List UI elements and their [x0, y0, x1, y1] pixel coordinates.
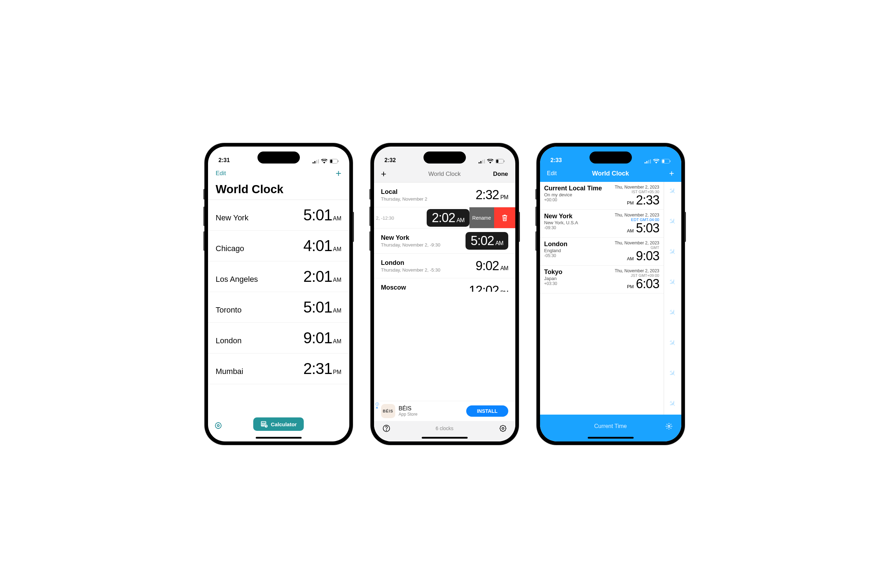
signal-icon — [478, 159, 485, 164]
svg-rect-21 — [484, 159, 485, 164]
home-indicator[interactable] — [422, 437, 468, 439]
svg-rect-2 — [316, 160, 317, 164]
clock-row[interactable]: New YorkThursday, November 2, -9:305:02A… — [374, 228, 515, 254]
city-offset: -09:30 — [544, 225, 578, 230]
svg-rect-13 — [265, 423, 265, 424]
edit-button[interactable]: Edit — [547, 170, 557, 177]
ad-install-button[interactable]: INSTALL — [466, 405, 508, 417]
page-title: World Clock — [429, 171, 460, 178]
battery-icon — [496, 159, 505, 164]
airplane-icon[interactable]: ✈ — [667, 215, 679, 227]
clock-row[interactable]: MoscowThursday, November 2, -2:3012:02PM — [374, 278, 515, 292]
status-right — [313, 159, 339, 164]
home-indicator[interactable] — [588, 437, 634, 439]
time-value: 9:03 — [636, 250, 659, 262]
city-offset: +03:30 — [544, 281, 563, 286]
wifi-icon — [487, 159, 493, 164]
city-name: Moscow — [381, 284, 441, 291]
city-name: Tokyo — [544, 268, 563, 276]
time-value: 5:02 — [471, 233, 494, 248]
city-name: New York — [381, 234, 441, 242]
status-right — [645, 159, 671, 164]
airplane-icon[interactable]: ✈ — [667, 276, 679, 288]
time-ampm: PM — [333, 369, 342, 375]
clock-row[interactable]: Toronto5:01AM — [208, 292, 349, 323]
signal-icon — [645, 159, 651, 164]
time-ampm: AM — [333, 215, 342, 222]
add-city-button[interactable]: + — [381, 168, 387, 179]
clock-row[interactable]: LondonThursday, November 2, -5:309:02AM — [374, 254, 515, 278]
svg-point-8 — [217, 424, 219, 427]
ad-store: App Store — [399, 412, 466, 417]
time-ampm: AM — [333, 308, 342, 314]
airplane-icon[interactable]: ✈ — [667, 337, 679, 349]
status-time: 2:33 — [551, 157, 562, 164]
city-name: London — [216, 336, 241, 345]
time-ampm: PM — [627, 284, 634, 289]
rename-button[interactable]: Rename — [469, 207, 494, 228]
clock-row[interactable]: London9:01AM — [208, 323, 349, 354]
airplane-icon[interactable]: ✈ — [667, 398, 679, 410]
svg-rect-11 — [261, 423, 262, 424]
svg-rect-35 — [670, 160, 670, 162]
signal-icon — [313, 159, 319, 164]
time-ampm: AM — [457, 217, 465, 224]
clock-row[interactable]: Los Angeles2:01AM — [208, 261, 349, 292]
clock-row-local[interactable]: Local Thursday, November 2 2:32 PM — [374, 183, 515, 207]
settings-icon[interactable] — [214, 422, 222, 429]
time-value: 2:01 — [303, 268, 332, 285]
svg-rect-20 — [482, 160, 483, 164]
add-city-button[interactable]: + — [669, 168, 674, 178]
clock-row[interactable]: Current Local TimeOn my device+00:00Thu,… — [540, 182, 664, 210]
battery-icon — [661, 159, 671, 164]
clock-row[interactable]: Mumbai2:31PM — [208, 354, 349, 384]
time-ampm: PM — [501, 194, 508, 201]
calculator-button[interactable]: Calculator — [253, 417, 304, 431]
ad-banner[interactable]: ⓘ✕ BÉIS BÉIS App Store INSTALL — [374, 401, 515, 421]
time-value: 5:03 — [636, 222, 659, 234]
time-ampm: AM — [333, 246, 342, 252]
add-city-button[interactable]: + — [336, 168, 341, 179]
ad-info-icon[interactable]: ⓘ✕ — [375, 403, 379, 410]
status-right — [478, 159, 505, 164]
svg-rect-5 — [330, 160, 332, 163]
home-indicator[interactable] — [256, 437, 301, 439]
airplane-icon[interactable]: ✈ — [667, 306, 679, 318]
delete-button[interactable] — [494, 207, 515, 228]
time-value: 9:02 — [475, 258, 499, 273]
airplane-icon[interactable]: ✈ — [667, 246, 679, 258]
clock-row[interactable]: New York5:01AM — [208, 200, 349, 231]
airplane-icon[interactable]: ✈ — [667, 367, 679, 379]
help-button[interactable] — [382, 424, 390, 432]
page-title: World Clock — [592, 170, 629, 177]
done-button[interactable]: Done — [493, 171, 508, 178]
clock-row[interactable]: Chicago4:01AM — [208, 231, 349, 261]
clock-row[interactable]: New YorkNew York, U.S.A-09:30Thu, Novemb… — [540, 210, 664, 238]
nav-bar: Edit + — [208, 166, 349, 181]
settings-icon[interactable] — [499, 424, 507, 432]
settings-icon[interactable] — [665, 422, 673, 430]
svg-rect-6 — [338, 160, 338, 162]
svg-rect-12 — [263, 423, 264, 424]
time-value: 5:01 — [303, 206, 332, 224]
time-value: 2:33 — [636, 194, 659, 207]
city-date: Thu, November 2, 2023 — [615, 185, 659, 190]
clock-row[interactable]: LondonEngland-05:30Thu, November 2, 2023… — [540, 238, 664, 266]
clock-row-swiped[interactable]: 2, -12:30 2:02 AM Rename — [374, 207, 515, 228]
svg-point-28 — [502, 428, 504, 429]
svg-point-7 — [215, 423, 221, 429]
city-sub: Thursday, November 2 — [381, 196, 427, 202]
city-sub: New York, U.S.A — [544, 220, 578, 225]
clock-row[interactable]: TokyoJapan+03:30Thu, November 2, 2023JST… — [540, 266, 664, 294]
phone-1: 2:31 Edit + World Clock New York5:01AMCh… — [204, 143, 353, 445]
ad-app-icon: BÉIS — [381, 404, 395, 418]
svg-rect-0 — [313, 162, 313, 164]
city-name: London — [544, 240, 568, 248]
airplane-icon[interactable]: ✈ — [667, 185, 679, 197]
time-value: 2:02 — [432, 210, 455, 225]
city-name: Mumbai — [216, 367, 243, 376]
calculator-label: Calculator — [271, 421, 297, 428]
edit-button[interactable]: Edit — [216, 170, 226, 177]
city-name: London — [381, 259, 441, 267]
svg-rect-1 — [314, 161, 315, 164]
